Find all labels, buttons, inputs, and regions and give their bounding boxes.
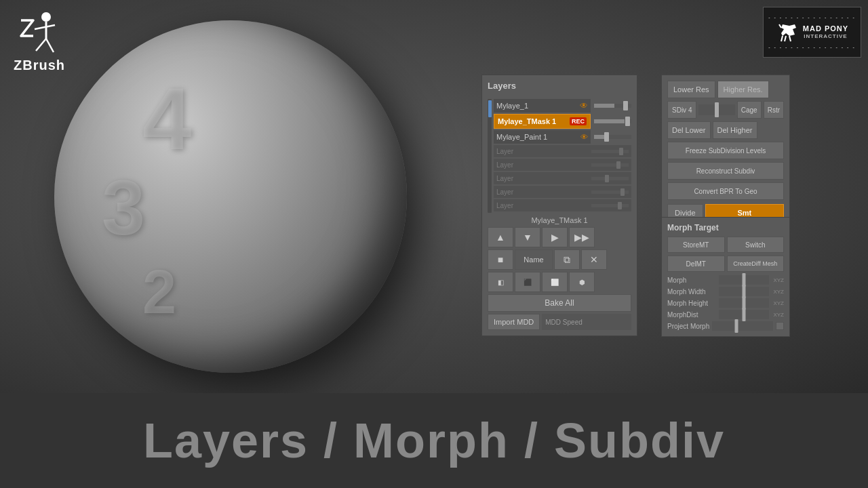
morph-dist-label: MorphDist [667, 311, 716, 319]
mad-pony-subtitle: INTERACTIVE [803, 33, 848, 40]
sphere-3d: 4 3 2 [54, 20, 407, 373]
bake-all-btn[interactable]: Bake All [488, 294, 631, 312]
svg-point-0 [41, 12, 51, 22]
import-mdd-btn[interactable]: Import MDD [488, 314, 540, 330]
reconstruct-subdiv-btn[interactable]: Reconstruct Subdiv [667, 162, 784, 180]
morph-dist-row: MorphDist XYZ [667, 310, 784, 319]
pony-icon [776, 22, 800, 43]
convert-bpr-btn[interactable]: Convert BPR To Geo [667, 182, 784, 200]
layer-item-2[interactable]: Mylaye_TMask 1 REC [494, 114, 631, 129]
layer-icon1-btn[interactable]: ◧ [488, 272, 513, 292]
layer-up-btn[interactable]: ▲ [488, 227, 513, 247]
layer-x-btn[interactable]: ✕ [581, 249, 607, 270]
layers-title: Layers [488, 81, 631, 91]
layer-right2-btn[interactable]: ▶▶ [569, 227, 595, 247]
number-3: 3 [102, 163, 145, 252]
sdiv-slider[interactable] [698, 104, 734, 115]
layers-panel: Layers Mylaye_1 👁 [481, 75, 637, 336]
morph-xyz-1: XYZ [773, 277, 784, 283]
subdiv-res-row: Lower Res Higher Res. [667, 81, 784, 98]
morph-xyz-2: XYZ [773, 289, 784, 295]
project-morph-label: Project Morph [667, 323, 709, 330]
layer-controls-row3: ◧ ⬛ ⬜ ⬢ [488, 272, 631, 292]
morph-width-slider[interactable] [719, 287, 769, 296]
svg-line-2 [35, 25, 55, 29]
mdd-speed-label: MDD Speed [542, 314, 631, 330]
import-row: Import MDD MDD Speed [488, 314, 631, 330]
layer-controls-row2: ■ Name ⧉ ✕ [488, 249, 631, 270]
svg-line-4 [46, 39, 54, 52]
layer-icon3-btn[interactable]: ⬜ [542, 272, 568, 292]
switch-btn[interactable]: Switch [727, 237, 785, 253]
layer-item-3[interactable]: Mylaye_Paint 1 👁 [494, 130, 631, 144]
svg-line-5 [785, 36, 786, 41]
morph-label: Morph [667, 277, 716, 284]
layer-icon4-btn[interactable]: ⬢ [569, 272, 595, 292]
sdiv-btn[interactable]: SDiv 4 [667, 101, 696, 119]
del-row: Del Lower Del Higher [667, 121, 784, 139]
svg-line-7 [781, 36, 783, 41]
morph-title: Morph Target [667, 223, 784, 232]
store-mt-btn[interactable]: StoreMT [667, 237, 725, 253]
layer-icon2-btn[interactable]: ⬛ [515, 272, 540, 292]
selected-layer-name: Mylaye_TMask 1 [488, 216, 631, 224]
layer-controls-row1: ▲ ▼ ▶ ▶▶ [488, 227, 631, 247]
zbrush-icon [14, 10, 65, 61]
store-switch-row: StoreMT Switch [667, 237, 784, 253]
morph-height-label: Morph Height [667, 300, 716, 307]
higher-res-btn[interactable]: Higher Res. [717, 81, 769, 98]
morph-width-label: Morph Width [667, 288, 716, 296]
layer-right1-btn[interactable]: ▶ [542, 227, 568, 247]
morph-dist-slider[interactable] [719, 310, 769, 319]
freeze-subdiv-btn[interactable]: Freeze SubDivision Levels [667, 142, 784, 159]
svg-line-3 [36, 39, 46, 51]
del-create-row: DelMT CreateDiff Mesh [667, 256, 784, 272]
title-bar: Layers / Morph / Subdiv [0, 393, 868, 488]
layer-name-1: Mylaye_1 [496, 102, 580, 110]
morph-xyz-3: XYZ [773, 300, 784, 306]
project-morph-row: Project Morph [667, 321, 784, 331]
del-higher-btn[interactable]: Del Higher [713, 121, 757, 139]
zbrush-logo-text: ZBrush [14, 58, 65, 73]
layer-copy-btn[interactable]: ⧉ [554, 249, 580, 270]
rstr-btn[interactable]: Rstr [764, 101, 784, 119]
mad-pony-name: MAD PONY [803, 24, 848, 33]
mad-pony-logo: - - - - - - - - - - - - - - - - MAD PONY… [763, 7, 861, 58]
layer-name-2: Mylaye_TMask 1 [498, 117, 568, 125]
create-diff-btn[interactable]: CreateDiff Mesh [727, 256, 785, 272]
layer-name-3: Mylaye_Paint 1 [496, 133, 580, 141]
layer-name-btn[interactable]: Name [515, 249, 553, 270]
rec-badge: REC [570, 117, 587, 125]
morph-height-row: Morph Height XYZ [667, 298, 784, 308]
viewport: 4 3 2 ZBrush - - - - - - - - - - - - - -… [0, 0, 868, 393]
number-2: 2 [142, 258, 176, 327]
svg-line-8 [779, 24, 781, 28]
layer-eye-3: 👁 [580, 133, 588, 141]
morph-slider[interactable] [719, 275, 769, 285]
layer-down-btn[interactable]: ▼ [515, 227, 540, 247]
lower-res-btn[interactable]: Lower Res [667, 81, 715, 98]
layer-eye-1: 👁 [580, 101, 588, 110]
layer-item-1[interactable]: Mylaye_1 👁 [494, 99, 631, 113]
mad-pony-title: - - - - - - - - - - - - - - - - [768, 14, 855, 20]
morph-slider-row: Morph XYZ [667, 275, 784, 285]
title-text: Layers / Morph / Subdiv [143, 413, 725, 468]
svg-line-6 [789, 36, 791, 41]
layer-square-btn[interactable]: ■ [488, 249, 513, 270]
morph-panel: Morph Target StoreMT Switch DelMT Create… [661, 217, 790, 337]
morph-width-row: Morph Width XYZ [667, 287, 784, 296]
zbrush-logo: ZBrush [14, 10, 65, 73]
morph-xyz-4: XYZ [773, 312, 784, 318]
project-morph-check[interactable] [776, 322, 784, 330]
sdiv-row: SDiv 4 Cage Rstr [667, 101, 784, 119]
project-morph-slider[interactable] [712, 321, 773, 331]
del-lower-btn[interactable]: Del Lower [667, 121, 711, 139]
cage-btn[interactable]: Cage [737, 101, 762, 119]
del-mt-btn[interactable]: DelMT [667, 256, 725, 272]
number-4: 4 [142, 68, 191, 169]
morph-height-slider[interactable] [719, 298, 769, 308]
